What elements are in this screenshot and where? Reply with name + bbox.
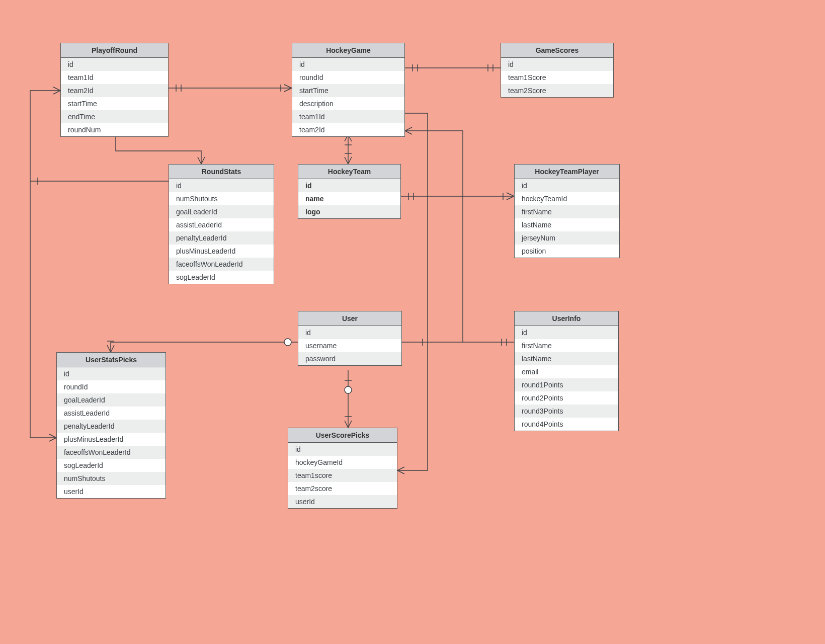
entity-attribute: faceoffsWonLeaderId — [57, 446, 166, 459]
entity-header: PlayoffRound — [61, 43, 168, 58]
entity-attribute: email — [515, 365, 618, 378]
entity-attribute: firstName — [515, 339, 618, 352]
entity-rows: idusernamepassword — [298, 326, 401, 365]
entity-attribute: logo — [298, 205, 400, 218]
entity-attribute: team1Id — [292, 110, 404, 123]
entity-attribute: goalLeaderId — [57, 393, 166, 407]
entity-gameScores: GameScoresidteam1Scoreteam2Score — [501, 43, 614, 98]
entity-attribute: plusMinusLeaderId — [169, 245, 274, 258]
entity-attribute: penaltyLeaderId — [57, 420, 166, 433]
entity-rows: idnumShutoutsgoalLeaderIdassistLeaderIdp… — [169, 179, 274, 284]
entity-hockeyTeamPlayer: HockeyTeamPlayeridhockeyTeamIdfirstNamel… — [514, 164, 620, 258]
entity-attribute: hockeyGameId — [288, 456, 397, 469]
entity-header: RoundStats — [169, 165, 274, 179]
entity-attribute: goalLeaderId — [169, 205, 274, 218]
entity-attribute: id — [57, 367, 166, 380]
entity-attribute: hockeyTeamId — [515, 192, 619, 205]
entity-rows: idhockeyGameIdteam1scoreteam2scoreuserId — [288, 443, 397, 508]
entity-header: User — [298, 311, 401, 326]
entity-attribute: roundId — [292, 71, 404, 84]
entity-attribute: id — [169, 179, 274, 192]
entity-attribute: sogLeaderId — [57, 459, 166, 472]
entity-user: Useridusernamepassword — [298, 311, 402, 366]
entity-userStatsPicks: UserStatsPicksidroundIdgoalLeaderIdassis… — [56, 352, 166, 499]
entity-attribute: endTime — [61, 110, 168, 123]
entity-attribute: description — [292, 97, 404, 110]
entity-attribute: lastName — [515, 218, 619, 231]
entity-attribute: password — [298, 352, 401, 365]
entity-attribute: team2Id — [292, 123, 404, 136]
entity-rows: idhockeyTeamIdfirstNamelastNamejerseyNum… — [515, 179, 619, 258]
entity-attribute: round1Points — [515, 378, 618, 391]
entity-header: HockeyTeam — [298, 165, 400, 179]
entity-rows: idroundIdgoalLeaderIdassistLeaderIdpenal… — [57, 367, 166, 498]
entity-rows: idfirstNamelastNameemailround1Pointsroun… — [515, 326, 618, 431]
svg-point-16 — [284, 339, 291, 346]
entity-attribute: id — [298, 179, 400, 192]
entity-attribute: position — [515, 245, 619, 258]
entity-attribute: id — [288, 443, 397, 456]
entity-attribute: lastName — [515, 352, 618, 365]
entity-hockeyTeam: HockeyTeamidnamelogo — [298, 164, 401, 219]
entity-attribute: sogLeaderId — [169, 271, 274, 284]
entity-attribute: numShutouts — [169, 192, 274, 205]
entity-header: GameScores — [501, 43, 613, 58]
entity-attribute: round3Points — [515, 405, 618, 418]
entity-attribute: round2Points — [515, 391, 618, 405]
entity-attribute: team1score — [288, 469, 397, 482]
entity-roundStats: RoundStatsidnumShutoutsgoalLeaderIdassis… — [169, 164, 274, 284]
entity-userInfo: UserInfoidfirstNamelastNameemailround1Po… — [514, 311, 619, 431]
entity-attribute: numShutouts — [57, 472, 166, 485]
entity-attribute: userId — [288, 495, 397, 508]
entity-attribute: roundId — [57, 380, 166, 393]
entity-attribute: startTime — [292, 84, 404, 97]
entity-header: UserStatsPicks — [57, 353, 166, 367]
entity-attribute: id — [501, 58, 613, 71]
entity-header: UserInfo — [515, 311, 618, 326]
entity-rows: idroundIdstartTimedescriptionteam1Idteam… — [292, 58, 404, 136]
entity-attribute: team2score — [288, 482, 397, 495]
entity-rows: idteam1Scoreteam2Score — [501, 58, 613, 97]
entity-attribute: assistLeaderId — [169, 218, 274, 231]
entity-attribute: roundNum — [61, 123, 168, 136]
entity-attribute: id — [515, 179, 619, 192]
entity-attribute: team2Id — [61, 84, 168, 97]
entity-attribute: userId — [57, 485, 166, 498]
entity-attribute: id — [515, 326, 618, 339]
entity-header: HockeyTeamPlayer — [515, 165, 619, 179]
entity-attribute: team1Id — [61, 71, 168, 84]
entity-rows: idteam1Idteam2IdstartTimeendTimeroundNum — [61, 58, 168, 136]
entity-attribute: name — [298, 192, 400, 205]
entity-attribute: team1Score — [501, 71, 613, 84]
entity-attribute: jerseyNum — [515, 231, 619, 245]
entity-playoffRound: PlayoffRoundidteam1Idteam2IdstartTimeend… — [60, 43, 169, 137]
entity-attribute: penaltyLeaderId — [169, 231, 274, 245]
entity-attribute: username — [298, 339, 401, 352]
entity-attribute: round4Points — [515, 418, 618, 431]
svg-point-23 — [345, 386, 352, 393]
entity-hockeyGame: HockeyGameidroundIdstartTimedescriptiont… — [292, 43, 405, 137]
entity-attribute: team2Score — [501, 84, 613, 97]
entity-userScorePicks: UserScorePicksidhockeyGameIdteam1scorete… — [288, 428, 397, 509]
entity-header: UserScorePicks — [288, 428, 397, 443]
entity-attribute: id — [292, 58, 404, 71]
entity-header: HockeyGame — [292, 43, 404, 58]
entity-attribute: id — [61, 58, 168, 71]
entity-attribute: assistLeaderId — [57, 407, 166, 420]
entity-attribute: plusMinusLeaderId — [57, 433, 166, 446]
entity-attribute: id — [298, 326, 401, 339]
entity-attribute: firstName — [515, 205, 619, 218]
entity-rows: idnamelogo — [298, 179, 400, 218]
entity-attribute: faceoffsWonLeaderId — [169, 258, 274, 271]
entity-attribute: startTime — [61, 97, 168, 110]
